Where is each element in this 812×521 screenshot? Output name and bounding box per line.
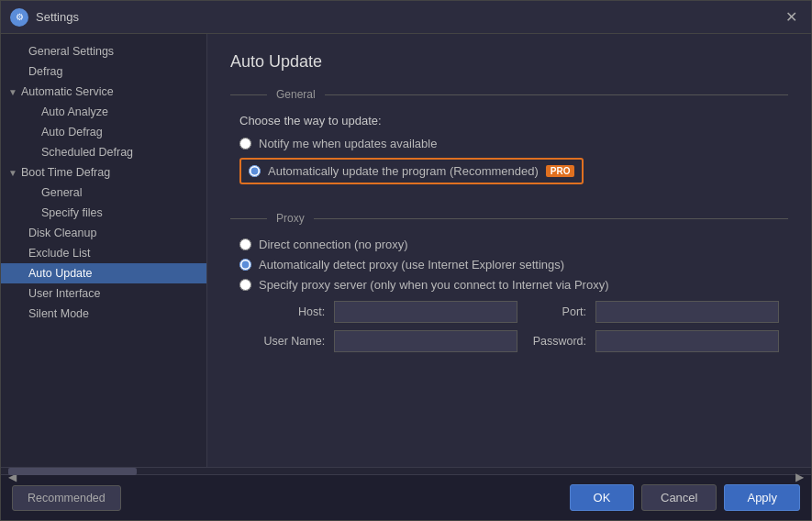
auto-detect-label: Automatically detect proxy (use Internet… (259, 258, 564, 272)
direct-radio[interactable] (239, 238, 251, 250)
notify-radio[interactable] (239, 138, 251, 150)
specify-proxy-label: Specify proxy server (only when you conn… (259, 278, 609, 292)
sidebar-item-auto-analyze[interactable]: Auto Analyze (1, 102, 206, 122)
auto-detect-radio[interactable] (239, 259, 251, 271)
apply-button[interactable]: Apply (724, 484, 800, 511)
username-label: User Name: (258, 335, 325, 348)
auto-update-radio[interactable] (249, 165, 261, 177)
sidebar-item-general[interactable]: General (1, 183, 206, 203)
username-input[interactable] (334, 330, 517, 352)
general-section-header: General (230, 88, 788, 101)
sidebar-item-silent-mode[interactable]: Silent Mode (1, 304, 206, 324)
nav-right-arrow[interactable]: ▶ (795, 471, 804, 483)
sidebar-item-user-interface[interactable]: User Interface (1, 283, 206, 304)
specify-proxy-radio[interactable] (239, 279, 251, 291)
proxy-line-left (230, 218, 267, 219)
title-bar: ⚙ Settings ✕ (1, 1, 811, 34)
sidebar-item-automatic-service[interactable]: ▼ Automatic Service (1, 82, 206, 102)
sidebar-item-auto-update[interactable]: Auto Update (1, 263, 206, 283)
section-line-left (230, 94, 267, 95)
host-label: Host: (258, 305, 325, 318)
direct-connection-row: Direct connection (no proxy) (239, 238, 779, 251)
pro-badge: PRO (546, 165, 575, 177)
proxy-section-label: Proxy (267, 212, 314, 225)
notify-label: Notify me when updates available (259, 137, 437, 150)
auto-update-highlighted-row: Automatically update the program (Recomm… (239, 158, 584, 184)
page-title: Auto Update (230, 52, 788, 72)
sidebar-item-exclude-list[interactable]: Exclude List (1, 243, 206, 263)
direct-label: Direct connection (no proxy) (259, 238, 408, 251)
proxy-line-right (314, 218, 788, 219)
port-input[interactable] (595, 301, 779, 323)
radio-notify-row: Notify me when updates available (239, 137, 779, 150)
app-icon: ⚙ (10, 8, 28, 27)
proxy-form: Host: Port: User Name: Password: (239, 301, 779, 352)
password-input[interactable] (595, 330, 779, 352)
sidebar-item-disk-cleanup[interactable]: Disk Cleanup (1, 223, 206, 243)
settings-dialog: ⚙ Settings ✕ General Settings Defrag ▼ A… (0, 0, 812, 521)
general-section: General Choose the way to update: Notify… (230, 88, 788, 192)
host-input[interactable] (334, 301, 517, 323)
port-label: Port: (527, 305, 586, 318)
scrollbar-thumb[interactable] (8, 468, 137, 475)
main-content: Auto Update General Choose the way to up… (207, 34, 811, 467)
password-label: Password: (527, 335, 586, 348)
sidebar-item-auto-defrag[interactable]: Auto Defrag (1, 122, 206, 142)
section-line-right (325, 94, 788, 95)
sidebar-item-defrag[interactable]: Defrag (1, 61, 206, 82)
sidebar-item-specify-files[interactable]: Specify files (1, 203, 206, 223)
recommended-button[interactable]: Recommended (12, 485, 121, 511)
ok-button[interactable]: OK (570, 484, 634, 511)
sidebar-scrollbar: ◀ ▶ (1, 467, 811, 474)
expander-icon-boot: ▼ (8, 168, 17, 178)
update-subtitle: Choose the way to update: (239, 114, 779, 127)
sidebar-item-general-settings[interactable]: General Settings (1, 41, 206, 61)
cancel-button[interactable]: Cancel (641, 484, 717, 511)
general-section-body: Choose the way to update: Notify me when… (230, 114, 788, 192)
dialog-title: Settings (36, 10, 780, 24)
general-section-label: General (267, 88, 325, 101)
proxy-section-header: Proxy (230, 212, 788, 225)
sidebar-item-boot-time-defrag[interactable]: ▼ Boot Time Defrag (1, 162, 206, 183)
close-button[interactable]: ✕ (780, 6, 802, 28)
auto-detect-row: Automatically detect proxy (use Internet… (239, 258, 779, 272)
bottom-right-buttons: OK Cancel Apply (570, 484, 800, 511)
sidebar-item-scheduled-defrag[interactable]: Scheduled Defrag (1, 142, 206, 162)
proxy-section: Proxy Direct connection (no proxy) Autom… (230, 212, 788, 352)
proxy-section-body: Direct connection (no proxy) Automatical… (230, 238, 788, 352)
auto-update-label: Automatically update the program (Recomm… (268, 164, 539, 178)
specify-proxy-row: Specify proxy server (only when you conn… (239, 278, 779, 292)
sidebar: General Settings Defrag ▼ Automatic Serv… (1, 34, 207, 467)
expander-icon: ▼ (8, 87, 17, 97)
content-area: General Settings Defrag ▼ Automatic Serv… (1, 34, 811, 467)
